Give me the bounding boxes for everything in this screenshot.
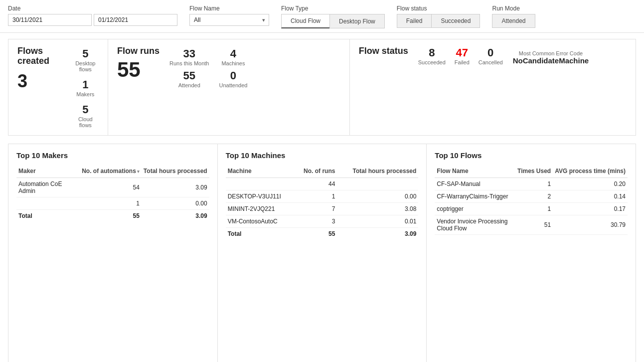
date-filter-group: Date [8,5,177,26]
maker-automations-1: 1 [80,197,142,210]
flow-avg-2: 0.17 [553,203,628,215]
machines-total-label: Total [226,228,295,240]
machine-runs-1: 1 [295,190,337,203]
unattended-number: 0 [230,69,236,82]
cloud-flows-number: 5 [82,103,88,116]
run-mode-label: Run Mode [492,5,535,12]
makers-header-row: Maker No. of automations▾ Total hours pr… [16,166,209,178]
flow-runs-machines-stats: 4 Machines 0 Unattended [219,47,247,88]
machine-runs-3: 3 [295,215,337,228]
maker-name-0: Automation CoE Admin [16,178,80,197]
cloud-flows-stat: 5 Cloud flows [72,103,99,128]
runs-this-month-label: Runs this Month [169,60,209,66]
makers-col-automations: No. of automations▾ [80,166,142,178]
table-row: Automation CoE Admin 54 3.09 [16,178,209,197]
top10-flows-table: Flow Name Times Used AVG process time (m… [435,166,628,235]
cancelled-stat: 0 Cancelled [479,46,503,65]
flow-times-3: 51 [515,215,553,235]
unattended-label: Unattended [219,82,247,88]
date-start-input[interactable] [8,14,92,26]
flows-created-card: Flows created 3 5 Desktop flows 1 Makers [8,39,108,135]
flows-col-avg: AVG process time (mins) [553,166,628,178]
makers-number: 1 [82,78,88,91]
runs-this-month-stat: 33 Runs this Month [169,47,209,66]
machine-name-3: VM-ContosoAutoC [226,215,295,228]
succeeded-stat: 8 Succeeded [418,46,446,65]
maker-hours-0: 3.09 [142,178,209,197]
flows-table-body: CF-SAP-Manual 1 0.20 CF-WarranyClaims-Tr… [435,178,628,235]
table-row: CF-SAP-Manual 1 0.20 [435,178,628,190]
maker-hours-1: 0.00 [142,197,209,210]
sort-icon-automations: ▾ [137,169,140,174]
top10-machines-title: Top 10 Machines [226,151,419,160]
desktop-flows-stat: 5 Desktop flows [72,47,99,72]
date-inputs [8,14,177,26]
machine-runs-2: 7 [295,203,337,215]
flow-runs-big-number: 55 [117,59,160,80]
table-row: coptrigger 1 0.17 [435,203,628,215]
flow-avg-0: 0.20 [553,178,628,190]
attended-button[interactable]: Attended [492,14,535,28]
table-row: MININT-2VJQ221 7 3.08 [226,203,419,215]
machines-col-runs: No. of runs [295,166,337,178]
maker-automations-0: 54 [80,178,142,197]
machine-hours-2: 3.08 [337,203,418,215]
machines-total-hours: 3.09 [337,228,418,240]
makers-label: Makers [76,91,94,97]
attended-label: Attended [178,82,200,88]
flow-runs-title-big: Flow runs 55 [117,46,160,80]
error-code-label: Most Common Error Code [519,50,583,56]
flow-type-filter-group: Flow Type Cloud Flow Desktop Flow [281,5,385,28]
flow-runs-sub-stats: 33 Runs this Month 55 Attended [169,47,209,88]
flow-name-label: Flow Name [189,5,269,12]
flow-name-0: CF-SAP-Manual [435,178,515,190]
flow-name-filter-group: Flow Name All [189,5,269,26]
desktop-flow-button[interactable]: Desktop Flow [329,14,385,28]
flows-created-title: Flows created [17,46,64,66]
machine-hours-1: 0.00 [337,190,418,203]
machine-hours-0 [337,178,418,190]
flow-times-2: 1 [515,203,553,215]
machines-total-runs: 55 [295,228,337,240]
date-end-input[interactable] [94,14,177,26]
flow-type-label: Flow Type [281,5,385,12]
failed-button[interactable]: Failed [397,14,432,28]
content-area: Flows created 3 5 Desktop flows 1 Makers [0,33,644,362]
flow-avg-1: 0.14 [553,190,628,203]
cloud-flow-button[interactable]: Cloud Flow [281,14,329,28]
machine-name-0 [226,178,295,190]
flow-status-title: Flow status [359,46,408,56]
table-row: VM-ContosoAutoC 3 0.01 [226,215,419,228]
flow-name-select[interactable]: All [189,14,269,26]
table-row: DESKTOP-V3UJ11I 1 0.00 [226,190,419,203]
flow-name-select-wrapper[interactable]: All [189,14,269,26]
flow-status-title-col: Flow status [359,46,408,59]
makers-total-label: Total [16,210,80,222]
flow-status-card: Flow status 8 Succeeded 47 Failed 0 [350,39,636,135]
flows-created-sub-stats: 5 Desktop flows 1 Makers 5 Cloud flows [72,47,99,128]
flow-runs-title: Flow runs [117,46,160,56]
succeeded-button[interactable]: Succeeded [431,14,480,28]
flows-col-name: Flow Name [435,166,515,178]
machines-stat: 4 Machines [219,47,247,66]
flow-status-inner: Flow status 8 Succeeded 47 Failed 0 [359,46,627,65]
maker-name-1 [16,197,80,210]
tables-row: Top 10 Makers Maker No. of automations▾ … [8,144,636,362]
succeeded-number: 8 [429,46,435,59]
makers-col-hours: Total hours processed [142,166,209,178]
flow-status-numbers: 8 Succeeded 47 Failed 0 Cancelled [418,46,503,65]
machine-name-2: MININT-2VJQ221 [226,203,295,215]
flow-times-0: 1 [515,178,553,190]
flows-created-number: 3 [17,72,64,90]
flow-name-2: coptrigger [435,203,515,215]
machine-runs-0: 44 [295,178,337,190]
flow-avg-3: 30.79 [553,215,628,235]
cloud-flows-label: Cloud flows [72,116,99,128]
flow-times-1: 2 [515,190,553,203]
run-mode-buttons: Attended [492,14,535,28]
desktop-flows-label: Desktop flows [72,60,99,72]
failed-label: Failed [455,59,470,65]
table-row: CF-WarranyClaims-Trigger 2 0.14 [435,190,628,203]
flow-name-1: CF-WarranyClaims-Trigger [435,190,515,203]
top10-machines-section: Top 10 Machines Machine No. of runs Tota… [218,144,427,362]
